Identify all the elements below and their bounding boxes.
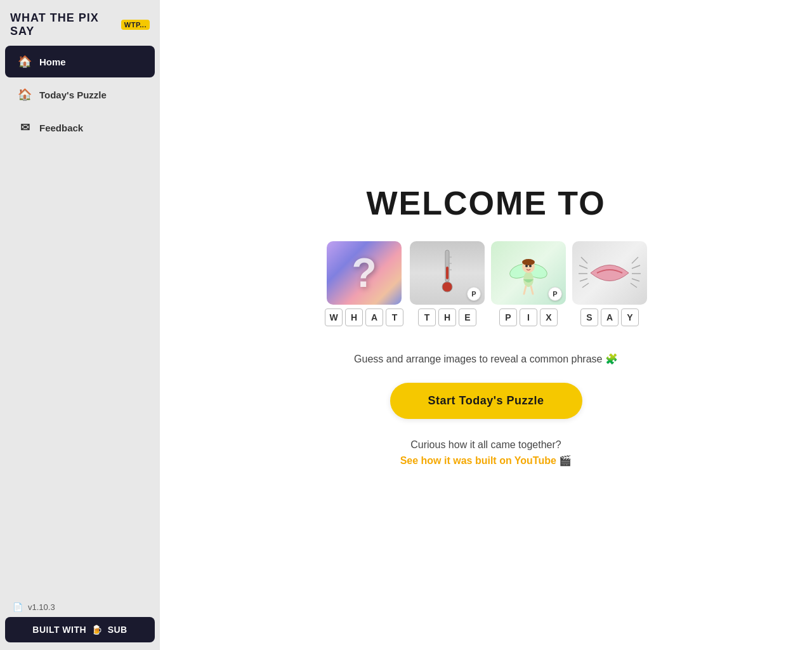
tile-group-say: S A Y [572, 241, 647, 326]
svg-line-24 [582, 283, 589, 288]
letter-i: I [520, 308, 537, 326]
sidebar-item-feedback[interactable]: ✉ Feedback [5, 112, 155, 143]
letter-boxes-say: S A Y [580, 308, 639, 326]
svg-line-19 [631, 283, 637, 288]
mouth-svg [578, 244, 641, 302]
letter-w: W [325, 308, 343, 326]
svg-point-12 [529, 265, 532, 267]
sidebar-label-feedback: Feedback [39, 123, 83, 133]
sidebar-bottom: 📄 v1.10.3 BUILT WITH 🍺 SUB [0, 590, 160, 650]
welcome-title: WELCOME TO [366, 184, 605, 222]
letter-h2: H [438, 308, 456, 326]
tile-group-the: P T H E [410, 241, 485, 326]
main-content: WELCOME TO W H A T [160, 0, 812, 650]
svg-point-10 [522, 259, 535, 265]
beer-icon: 🍺 [91, 625, 103, 635]
version-text: v1.10.3 [28, 602, 55, 612]
fairy-svg [503, 244, 554, 302]
curious-text: Curious how it all came together? [410, 439, 561, 451]
letter-boxes-the: T H E [418, 308, 476, 326]
letter-y: Y [621, 308, 639, 326]
sidebar-item-home[interactable]: 🏠 Home [5, 46, 155, 77]
letter-boxes-what: W H A T [325, 308, 403, 326]
sidebar-logo: WHAT THE PIX SAY WTP... [0, 0, 160, 44]
sidebar-item-todays-puzzle[interactable]: 🏠 Today's Puzzle [5, 79, 155, 110]
tile-the-badge: P [467, 287, 481, 301]
sidebar: WHAT THE PIX SAY WTP... 🏠 Home 🏠 Today's… [0, 0, 160, 650]
built-with-suffix: SUB [108, 625, 128, 635]
svg-line-16 [632, 265, 640, 269]
image-tiles: W H A T P T H E [325, 241, 647, 326]
sidebar-label-home: Home [39, 56, 66, 67]
svg-line-13 [524, 286, 526, 294]
tile-pix: P [491, 241, 566, 305]
thermometer-svg [438, 248, 457, 298]
tile-pix-badge: P [548, 287, 562, 301]
letter-a2: A [601, 308, 619, 326]
letter-x: X [540, 308, 558, 326]
sidebar-nav: 🏠 Home 🏠 Today's Puzzle ✉ Feedback [0, 44, 160, 145]
version-label: 📄 v1.10.3 [5, 597, 155, 617]
tile-group-pix: P P I X [491, 241, 566, 326]
svg-point-2 [442, 282, 452, 292]
youtube-link[interactable]: See how it was built on YouTube 🎬 [400, 454, 572, 467]
svg-point-11 [525, 265, 528, 267]
tile-group-what: W H A T [325, 241, 403, 326]
built-with-label: BUILT WITH [32, 625, 86, 635]
feedback-icon: ✉ [18, 121, 32, 135]
svg-line-23 [580, 279, 587, 281]
letter-t2: T [418, 308, 436, 326]
home-icon: 🏠 [18, 55, 32, 69]
letter-h: H [345, 308, 363, 326]
svg-line-18 [632, 279, 639, 281]
letter-p: P [499, 308, 517, 326]
puzzle-home-icon: 🏠 [18, 88, 32, 102]
built-with-button[interactable]: BUILT WITH 🍺 SUB [5, 617, 155, 642]
subtitle: Guess and arrange images to reveal a com… [354, 353, 618, 365]
logo-badge: WTP... [121, 20, 150, 30]
svg-line-21 [579, 265, 587, 269]
tile-what [327, 241, 402, 305]
svg-rect-1 [446, 267, 449, 279]
sidebar-label-todays-puzzle: Today's Puzzle [39, 90, 107, 100]
tile-the: P [410, 241, 485, 305]
logo-text: WHAT THE PIX SAY [10, 11, 116, 38]
tile-say [572, 241, 647, 305]
svg-line-15 [632, 257, 638, 263]
letter-boxes-pix: P I X [499, 308, 558, 326]
svg-line-20 [581, 257, 587, 263]
letter-s: S [580, 308, 598, 326]
start-puzzle-button[interactable]: Start Today's Puzzle [390, 383, 582, 419]
letter-a: A [365, 308, 383, 326]
letter-t: T [386, 308, 403, 326]
version-icon: 📄 [13, 602, 23, 612]
letter-e: E [459, 308, 476, 326]
svg-line-14 [531, 286, 533, 294]
